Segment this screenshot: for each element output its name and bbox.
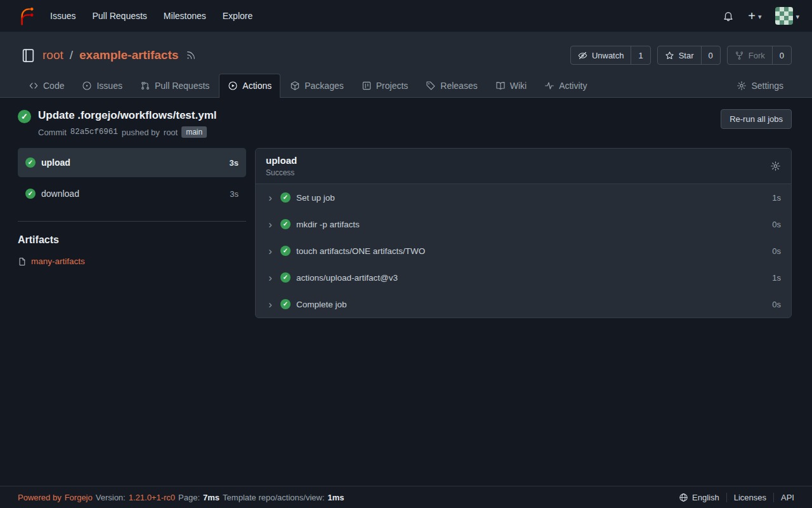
- avatar: [775, 7, 793, 25]
- rerun-all-jobs-button[interactable]: Re-run all jobs: [721, 109, 792, 129]
- chevron-right-icon: [266, 192, 275, 203]
- repo-icon: [20, 48, 36, 64]
- chevron-right-icon: [266, 272, 275, 283]
- tab-wiki[interactable]: Wiki: [487, 74, 535, 98]
- tab-issues[interactable]: Issues: [74, 74, 130, 98]
- tab-packages[interactable]: Packages: [282, 74, 351, 98]
- rss-icon: [186, 50, 196, 60]
- forgejo-logo[interactable]: [15, 6, 36, 26]
- step-row[interactable]: mkdir -p artifacts 0s: [256, 211, 791, 237]
- chevron-down-icon: [758, 11, 762, 21]
- nav-explore[interactable]: Explore: [214, 0, 261, 32]
- artifact-link[interactable]: many-artifacts: [18, 257, 246, 266]
- repo-path-separator: /: [70, 48, 73, 62]
- actions-run-view: Update .forgejo/workflows/test.yml Commi…: [0, 98, 812, 486]
- powered-by-link[interactable]: Powered by: [18, 493, 62, 502]
- step-duration: 0s: [772, 246, 781, 256]
- branch-badge[interactable]: main: [181, 126, 207, 138]
- bell-icon: [723, 10, 734, 22]
- forgejo-logo-icon: [15, 6, 36, 26]
- step-row[interactable]: Set up job 1s: [256, 184, 791, 211]
- code-icon: [29, 81, 39, 91]
- notifications-button[interactable]: [723, 10, 734, 22]
- step-success-icon: [280, 246, 291, 256]
- step-row[interactable]: actions/upload-artifact@v3 1s: [256, 264, 791, 291]
- forgejo-link[interactable]: Forgejo: [65, 493, 93, 502]
- page-time-value: 7ms: [203, 493, 219, 502]
- tab-settings[interactable]: Settings: [728, 74, 792, 98]
- artifacts-heading: Artifacts: [18, 234, 246, 246]
- gear-icon: [770, 161, 781, 171]
- step-duration: 0s: [772, 300, 781, 309]
- tab-pull-requests[interactable]: Pull Requests: [132, 74, 218, 98]
- step-success-icon: [280, 272, 291, 283]
- plus-icon: [748, 10, 756, 22]
- language-selector[interactable]: English: [672, 493, 726, 502]
- star-button[interactable]: Star 0: [657, 46, 721, 65]
- user-menu[interactable]: [775, 7, 799, 25]
- create-new-menu[interactable]: [748, 10, 761, 22]
- book-icon: [495, 81, 506, 91]
- forks-count[interactable]: 0: [772, 46, 791, 64]
- job-success-icon: [25, 189, 36, 199]
- step-row[interactable]: Complete job 0s: [256, 291, 791, 318]
- pull-request-icon: [140, 81, 150, 91]
- unwatch-label: Unwatch: [592, 51, 624, 60]
- api-link[interactable]: API: [773, 493, 794, 502]
- commit-line: Commit 82a5cf6961 pushed by root main: [38, 126, 217, 138]
- nav-pull-requests[interactable]: Pull Requests: [84, 0, 155, 32]
- pulse-icon: [544, 81, 554, 91]
- version-link[interactable]: 1.21.0+1-rc0: [129, 493, 175, 502]
- pusher-link[interactable]: root: [164, 128, 178, 137]
- star-icon: [665, 51, 674, 60]
- step-success-icon: [280, 219, 291, 229]
- nav-issues[interactable]: Issues: [42, 0, 84, 32]
- run-header: Update .forgejo/workflows/test.yml Commi…: [18, 109, 792, 138]
- licenses-link[interactable]: Licenses: [726, 493, 773, 502]
- fork-button[interactable]: Fork 0: [727, 46, 792, 65]
- job-detail-header: upload Success: [256, 149, 791, 184]
- fork-label: Fork: [749, 51, 765, 60]
- issue-icon: [82, 81, 92, 91]
- job-duration: 3s: [230, 158, 239, 168]
- nav-milestones[interactable]: Milestones: [155, 0, 214, 32]
- repo-name-link[interactable]: example-artifacts: [79, 48, 178, 62]
- footer-right: English Licenses API: [672, 493, 794, 502]
- run-title: Update .forgejo/workflows/test.yml: [38, 109, 217, 122]
- job-duration: 3s: [230, 189, 239, 199]
- repo-title-row: root / example-artifacts Unwatch 1: [20, 41, 792, 70]
- job-item-download[interactable]: download 3s: [18, 179, 246, 208]
- step-success-icon: [280, 192, 291, 203]
- repo-owner-link[interactable]: root: [43, 48, 63, 62]
- job-options-button[interactable]: [770, 161, 781, 171]
- watchers-count[interactable]: 1: [631, 46, 650, 64]
- pushed-by-text: pushed by: [122, 128, 160, 137]
- unwatch-button[interactable]: Unwatch 1: [570, 46, 651, 65]
- step-row[interactable]: touch artifacts/ONE artifacts/TWO 0s: [256, 237, 791, 264]
- step-duration: 1s: [772, 273, 781, 283]
- job-item-upload[interactable]: upload 3s: [18, 148, 246, 177]
- footer-left: Powered by Forgejo Version: 1.21.0+1-rc0…: [18, 493, 344, 502]
- tab-actions[interactable]: Actions: [219, 74, 280, 98]
- version-label: Version:: [96, 493, 126, 502]
- template-time-label: Template repo/actions/view:: [223, 493, 324, 502]
- chevron-down-icon: [796, 11, 799, 21]
- step-duration: 0s: [772, 220, 781, 229]
- job-detail-title: upload: [266, 155, 297, 166]
- tab-code[interactable]: Code: [20, 74, 72, 98]
- stars-count[interactable]: 0: [701, 46, 720, 64]
- repo-tabbar: Code Issues Pull Requests Actions Packag…: [20, 74, 792, 98]
- navbar-right: [723, 7, 799, 25]
- tab-activity[interactable]: Activity: [536, 74, 595, 98]
- commit-sha-link[interactable]: 82a5cf6961: [70, 128, 118, 137]
- project-board-icon: [362, 81, 372, 91]
- step-success-icon: [280, 299, 291, 309]
- tab-releases[interactable]: Releases: [417, 74, 485, 98]
- chevron-right-icon: [266, 219, 275, 230]
- fork-icon: [735, 51, 744, 60]
- steps-list: Set up job 1s mkdir -p artifacts 0s touc…: [256, 184, 791, 318]
- eye-slash-icon: [578, 51, 587, 60]
- rss-feed-button[interactable]: [186, 50, 196, 60]
- tab-projects[interactable]: Projects: [353, 74, 417, 98]
- job-status-text: Success: [266, 168, 297, 177]
